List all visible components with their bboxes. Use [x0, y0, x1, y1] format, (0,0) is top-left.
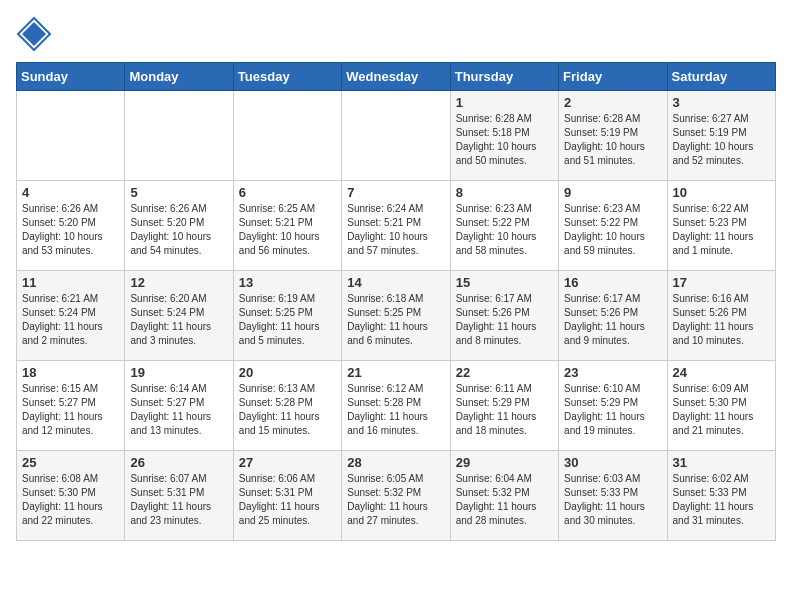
day-number: 30 [564, 455, 661, 470]
header-day-monday: Monday [125, 63, 233, 91]
day-number: 29 [456, 455, 553, 470]
day-info: Sunrise: 6:22 AMSunset: 5:23 PMDaylight:… [673, 202, 770, 258]
week-row-2: 11Sunrise: 6:21 AMSunset: 5:24 PMDayligh… [17, 271, 776, 361]
calendar-cell: 11Sunrise: 6:21 AMSunset: 5:24 PMDayligh… [17, 271, 125, 361]
calendar-cell: 18Sunrise: 6:15 AMSunset: 5:27 PMDayligh… [17, 361, 125, 451]
calendar-cell: 27Sunrise: 6:06 AMSunset: 5:31 PMDayligh… [233, 451, 341, 541]
day-number: 21 [347, 365, 444, 380]
calendar-cell: 5Sunrise: 6:26 AMSunset: 5:20 PMDaylight… [125, 181, 233, 271]
calendar-cell: 28Sunrise: 6:05 AMSunset: 5:32 PMDayligh… [342, 451, 450, 541]
day-number: 5 [130, 185, 227, 200]
day-info: Sunrise: 6:11 AMSunset: 5:29 PMDaylight:… [456, 382, 553, 438]
calendar-cell [125, 91, 233, 181]
day-number: 11 [22, 275, 119, 290]
calendar-cell: 13Sunrise: 6:19 AMSunset: 5:25 PMDayligh… [233, 271, 341, 361]
day-info: Sunrise: 6:17 AMSunset: 5:26 PMDaylight:… [564, 292, 661, 348]
calendar-cell: 9Sunrise: 6:23 AMSunset: 5:22 PMDaylight… [559, 181, 667, 271]
day-number: 9 [564, 185, 661, 200]
day-info: Sunrise: 6:25 AMSunset: 5:21 PMDaylight:… [239, 202, 336, 258]
day-info: Sunrise: 6:26 AMSunset: 5:20 PMDaylight:… [22, 202, 119, 258]
calendar-cell: 31Sunrise: 6:02 AMSunset: 5:33 PMDayligh… [667, 451, 775, 541]
day-info: Sunrise: 6:06 AMSunset: 5:31 PMDaylight:… [239, 472, 336, 528]
day-number: 18 [22, 365, 119, 380]
day-info: Sunrise: 6:16 AMSunset: 5:26 PMDaylight:… [673, 292, 770, 348]
day-info: Sunrise: 6:12 AMSunset: 5:28 PMDaylight:… [347, 382, 444, 438]
day-number: 12 [130, 275, 227, 290]
day-info: Sunrise: 6:14 AMSunset: 5:27 PMDaylight:… [130, 382, 227, 438]
calendar-cell: 1Sunrise: 6:28 AMSunset: 5:18 PMDaylight… [450, 91, 558, 181]
calendar-cell: 16Sunrise: 6:17 AMSunset: 5:26 PMDayligh… [559, 271, 667, 361]
calendar-cell: 19Sunrise: 6:14 AMSunset: 5:27 PMDayligh… [125, 361, 233, 451]
calendar-cell: 20Sunrise: 6:13 AMSunset: 5:28 PMDayligh… [233, 361, 341, 451]
calendar-cell: 7Sunrise: 6:24 AMSunset: 5:21 PMDaylight… [342, 181, 450, 271]
day-number: 15 [456, 275, 553, 290]
day-number: 23 [564, 365, 661, 380]
day-number: 16 [564, 275, 661, 290]
calendar-cell [233, 91, 341, 181]
week-row-0: 1Sunrise: 6:28 AMSunset: 5:18 PMDaylight… [17, 91, 776, 181]
calendar-cell: 21Sunrise: 6:12 AMSunset: 5:28 PMDayligh… [342, 361, 450, 451]
day-number: 13 [239, 275, 336, 290]
calendar-cell: 22Sunrise: 6:11 AMSunset: 5:29 PMDayligh… [450, 361, 558, 451]
day-number: 27 [239, 455, 336, 470]
day-info: Sunrise: 6:10 AMSunset: 5:29 PMDaylight:… [564, 382, 661, 438]
day-info: Sunrise: 6:07 AMSunset: 5:31 PMDaylight:… [130, 472, 227, 528]
calendar-cell: 2Sunrise: 6:28 AMSunset: 5:19 PMDaylight… [559, 91, 667, 181]
calendar-cell: 25Sunrise: 6:08 AMSunset: 5:30 PMDayligh… [17, 451, 125, 541]
day-number: 14 [347, 275, 444, 290]
day-info: Sunrise: 6:24 AMSunset: 5:21 PMDaylight:… [347, 202, 444, 258]
day-info: Sunrise: 6:15 AMSunset: 5:27 PMDaylight:… [22, 382, 119, 438]
logo-icon [16, 16, 52, 52]
day-number: 17 [673, 275, 770, 290]
calendar-cell: 29Sunrise: 6:04 AMSunset: 5:32 PMDayligh… [450, 451, 558, 541]
calendar-cell: 8Sunrise: 6:23 AMSunset: 5:22 PMDaylight… [450, 181, 558, 271]
day-info: Sunrise: 6:09 AMSunset: 5:30 PMDaylight:… [673, 382, 770, 438]
day-info: Sunrise: 6:19 AMSunset: 5:25 PMDaylight:… [239, 292, 336, 348]
day-info: Sunrise: 6:08 AMSunset: 5:30 PMDaylight:… [22, 472, 119, 528]
day-number: 20 [239, 365, 336, 380]
day-info: Sunrise: 6:13 AMSunset: 5:28 PMDaylight:… [239, 382, 336, 438]
calendar-cell: 15Sunrise: 6:17 AMSunset: 5:26 PMDayligh… [450, 271, 558, 361]
day-number: 2 [564, 95, 661, 110]
header-day-friday: Friday [559, 63, 667, 91]
header-row: SundayMondayTuesdayWednesdayThursdayFrid… [17, 63, 776, 91]
day-number: 6 [239, 185, 336, 200]
day-number: 28 [347, 455, 444, 470]
calendar-cell: 17Sunrise: 6:16 AMSunset: 5:26 PMDayligh… [667, 271, 775, 361]
header-day-sunday: Sunday [17, 63, 125, 91]
calendar-cell: 12Sunrise: 6:20 AMSunset: 5:24 PMDayligh… [125, 271, 233, 361]
day-info: Sunrise: 6:27 AMSunset: 5:19 PMDaylight:… [673, 112, 770, 168]
calendar-cell: 26Sunrise: 6:07 AMSunset: 5:31 PMDayligh… [125, 451, 233, 541]
calendar-cell: 30Sunrise: 6:03 AMSunset: 5:33 PMDayligh… [559, 451, 667, 541]
day-number: 25 [22, 455, 119, 470]
week-row-1: 4Sunrise: 6:26 AMSunset: 5:20 PMDaylight… [17, 181, 776, 271]
calendar-cell: 24Sunrise: 6:09 AMSunset: 5:30 PMDayligh… [667, 361, 775, 451]
header-day-saturday: Saturday [667, 63, 775, 91]
day-number: 1 [456, 95, 553, 110]
day-info: Sunrise: 6:28 AMSunset: 5:18 PMDaylight:… [456, 112, 553, 168]
day-number: 7 [347, 185, 444, 200]
day-info: Sunrise: 6:18 AMSunset: 5:25 PMDaylight:… [347, 292, 444, 348]
day-info: Sunrise: 6:02 AMSunset: 5:33 PMDaylight:… [673, 472, 770, 528]
day-number: 10 [673, 185, 770, 200]
header-day-thursday: Thursday [450, 63, 558, 91]
header-day-tuesday: Tuesday [233, 63, 341, 91]
day-info: Sunrise: 6:05 AMSunset: 5:32 PMDaylight:… [347, 472, 444, 528]
day-info: Sunrise: 6:23 AMSunset: 5:22 PMDaylight:… [564, 202, 661, 258]
calendar-cell: 4Sunrise: 6:26 AMSunset: 5:20 PMDaylight… [17, 181, 125, 271]
calendar-cell [342, 91, 450, 181]
calendar-table: SundayMondayTuesdayWednesdayThursdayFrid… [16, 62, 776, 541]
header [16, 16, 776, 52]
calendar-cell: 10Sunrise: 6:22 AMSunset: 5:23 PMDayligh… [667, 181, 775, 271]
day-number: 24 [673, 365, 770, 380]
day-info: Sunrise: 6:20 AMSunset: 5:24 PMDaylight:… [130, 292, 227, 348]
day-number: 26 [130, 455, 227, 470]
day-number: 4 [22, 185, 119, 200]
day-info: Sunrise: 6:26 AMSunset: 5:20 PMDaylight:… [130, 202, 227, 258]
day-info: Sunrise: 6:21 AMSunset: 5:24 PMDaylight:… [22, 292, 119, 348]
day-number: 8 [456, 185, 553, 200]
calendar-cell [17, 91, 125, 181]
week-row-3: 18Sunrise: 6:15 AMSunset: 5:27 PMDayligh… [17, 361, 776, 451]
day-number: 19 [130, 365, 227, 380]
logo [16, 16, 58, 52]
